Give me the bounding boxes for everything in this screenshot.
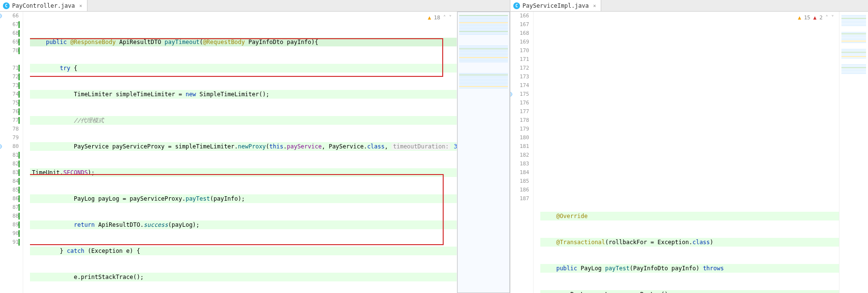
tab-bar-left: C PayController.java ✕ <box>0 0 510 12</box>
right-editor-pane: C PayServiceImpl.java ✕ 1661671681691701… <box>510 0 868 293</box>
inspection-summary[interactable]: ▲ 18 ˄ ˅ <box>428 15 452 21</box>
warning-icon: ▲ <box>798 15 801 21</box>
tab-paycontroller[interactable]: C PayController.java ✕ <box>0 0 87 11</box>
error-count: 2 <box>819 15 823 21</box>
warning-icon: ▲ <box>428 15 431 21</box>
tab-label: PayServiceImpl.java <box>522 2 589 9</box>
warning-count: 18 <box>434 15 440 21</box>
java-class-icon: C <box>513 2 520 9</box>
chevron-down-icon[interactable]: ˅ <box>449 15 452 21</box>
minimap[interactable] <box>457 12 510 293</box>
close-icon[interactable]: ✕ <box>79 3 82 8</box>
line-gutter[interactable]: 6667686970717273747576777879808182838485… <box>0 12 23 293</box>
tab-payserviceimpl[interactable]: C PayServiceImpl.java ✕ <box>510 0 601 11</box>
minimap[interactable] <box>839 12 868 293</box>
chevron-down-icon[interactable]: ˅ <box>831 15 834 21</box>
error-icon: ▲ <box>813 15 817 21</box>
tab-label: PayController.java <box>12 2 75 9</box>
code-area[interactable]: public @ResponseBody ApiResultDTO payTim… <box>30 12 457 293</box>
code-area[interactable]: @Override @Transactional(rollbackFor = E… <box>540 12 839 293</box>
close-icon[interactable]: ✕ <box>593 3 596 8</box>
inspection-summary[interactable]: ▲ 15 ▲ 2 ˄ ˅ <box>798 15 834 21</box>
gutter-marks <box>23 12 30 293</box>
tab-bar-right: C PayServiceImpl.java ✕ <box>510 0 868 12</box>
line-gutter[interactable]: 1661671681691701711721731741751761771781… <box>510 12 534 293</box>
java-class-icon: C <box>3 2 10 9</box>
left-editor-pane: C PayController.java ✕ 66676869707172737… <box>0 0 510 293</box>
chevron-up-icon[interactable]: ˄ <box>825 15 828 21</box>
highlight-box-2 <box>30 174 444 245</box>
code-line: public @ResponseBody ApiResultDTO payTim… <box>30 38 457 46</box>
gutter-marks <box>534 12 540 293</box>
editor-right[interactable]: 1661671681691701711721731741751761771781… <box>510 12 868 293</box>
editor-left[interactable]: 6667686970717273747576777879808182838485… <box>0 12 510 293</box>
chevron-up-icon[interactable]: ˄ <box>443 15 446 21</box>
warning-count: 15 <box>804 15 810 21</box>
